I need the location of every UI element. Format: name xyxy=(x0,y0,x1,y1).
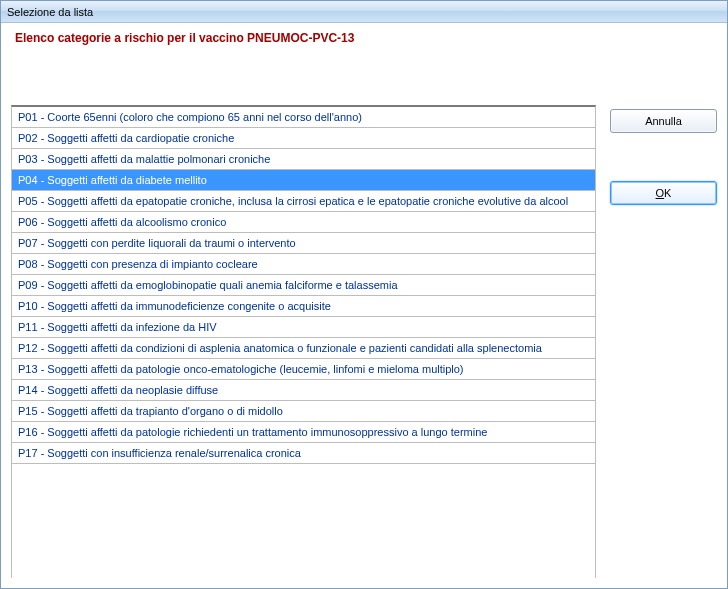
cancel-button-label: Annulla xyxy=(645,115,682,127)
list-item[interactable]: P13 - Soggetti affetti da patologie onco… xyxy=(12,359,595,380)
window-title: Selezione da lista xyxy=(7,6,93,18)
list-item[interactable]: P09 - Soggetti affetti da emoglobinopati… xyxy=(12,275,595,296)
list-item[interactable]: P08 - Soggetti con presenza di impianto … xyxy=(12,254,595,275)
page-heading: Elenco categorie a rischio per il vaccin… xyxy=(11,29,717,57)
list-item[interactable]: P11 - Soggetti affetti da infezione da H… xyxy=(12,317,595,338)
list-item[interactable]: P17 - Soggetti con insufficienza renale/… xyxy=(12,443,595,464)
list-item[interactable]: P14 - Soggetti affetti da neoplasie diff… xyxy=(12,380,595,401)
list-item[interactable]: P16 - Soggetti affetti da patologie rich… xyxy=(12,422,595,443)
list-item[interactable]: P05 - Soggetti affetti da epatopatie cro… xyxy=(12,191,595,212)
list-item[interactable]: P10 - Soggetti affetti da immunodeficien… xyxy=(12,296,595,317)
main-area: P01 - Coorte 65enni (coloro che compiono… xyxy=(11,57,717,578)
ok-button-label: OK xyxy=(656,187,672,199)
list-item[interactable]: P15 - Soggetti affetti da trapianto d'or… xyxy=(12,401,595,422)
list-item[interactable]: P07 - Soggetti con perdite liquorali da … xyxy=(12,233,595,254)
list-item[interactable]: P12 - Soggetti affetti da condizioni di … xyxy=(12,338,595,359)
content-area: Elenco categorie a rischio per il vaccin… xyxy=(1,23,727,588)
list-item[interactable]: P03 - Soggetti affetti da malattie polmo… xyxy=(12,149,595,170)
side-buttons: Annulla OK xyxy=(610,57,717,578)
list-item[interactable]: P04 - Soggetti affetti da diabete mellit… xyxy=(12,170,595,191)
category-list[interactable]: P01 - Coorte 65enni (coloro che compiono… xyxy=(11,105,596,578)
titlebar: Selezione da lista xyxy=(1,1,727,23)
cancel-button[interactable]: Annulla xyxy=(610,109,717,133)
ok-button[interactable]: OK xyxy=(610,181,717,205)
dialog-window: Selezione da lista Elenco categorie a ri… xyxy=(0,0,728,589)
list-item[interactable]: P01 - Coorte 65enni (coloro che compiono… xyxy=(12,107,595,128)
list-item[interactable]: P02 - Soggetti affetti da cardiopatie cr… xyxy=(12,128,595,149)
list-item[interactable]: P06 - Soggetti affetti da alcoolismo cro… xyxy=(12,212,595,233)
